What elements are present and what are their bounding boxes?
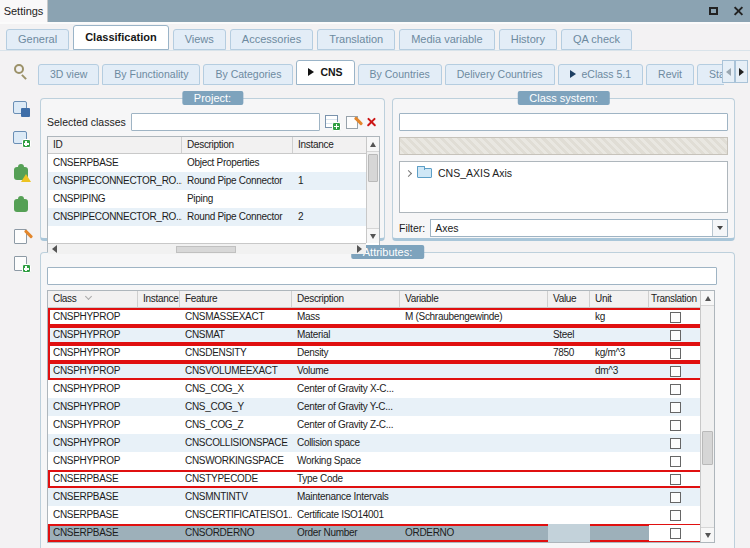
table-row[interactable]: CNSPHYPROP CNSMAT Material Steel (48, 326, 702, 344)
scrollbar-thumb[interactable] (368, 154, 378, 182)
tab-accessories[interactable]: Accessories (230, 29, 313, 50)
table-row[interactable]: CNSPHYPROP CNSDENSITY Density 7850 kg/m^… (48, 344, 702, 362)
translation-checkbox[interactable] (670, 330, 681, 341)
tab-revit[interactable]: Revit (646, 64, 694, 85)
vertical-scrollbar[interactable] (366, 137, 379, 243)
tab-general[interactable]: General (6, 29, 69, 50)
tab-by-categories[interactable]: By Categories (203, 64, 293, 85)
plugin-warning-icon[interactable] (13, 164, 30, 181)
tab-translation[interactable]: Translation (317, 29, 395, 50)
translation-checkbox[interactable] (670, 492, 681, 503)
cell-value: Steel (548, 326, 590, 344)
scroll-down-button[interactable] (701, 527, 714, 542)
scrollbar-thumb[interactable] (702, 431, 713, 465)
column-header-class[interactable]: Class (48, 291, 138, 307)
tab-by-functionality[interactable]: By Functionality (102, 64, 200, 85)
tab-delivery-countries[interactable]: Delivery Countries (445, 64, 555, 85)
horizontal-scrollbar[interactable] (48, 243, 366, 254)
table-row-selected[interactable]: CNSERPBASE CNSORDERNO Order Number ORDER… (48, 524, 702, 542)
save-settings-icon[interactable] (13, 100, 30, 117)
tab-cns[interactable]: CNS (296, 60, 354, 85)
table-row[interactable]: CNSPHYPROP CNS_COG_X Center of Gravity X… (48, 380, 702, 398)
scrollbar-thumb[interactable] (176, 246, 236, 253)
tab-standard[interactable]: Standard (697, 64, 724, 85)
edit-list-icon[interactable] (13, 228, 30, 245)
translation-checkbox[interactable] (670, 366, 681, 377)
tab-media-variable[interactable]: Media variable (399, 29, 495, 50)
column-header-unit[interactable]: Unit (590, 291, 649, 307)
translation-checkbox[interactable] (670, 474, 681, 485)
down-arrow-icon (705, 533, 711, 538)
scroll-left-button[interactable] (48, 244, 61, 254)
maximize-icon[interactable] (709, 7, 718, 15)
column-header-translation[interactable]: Translation (649, 291, 702, 307)
translation-checkbox[interactable] (670, 438, 681, 449)
window-tab[interactable]: Settings (0, 0, 48, 22)
table-row[interactable]: CNSPHYPROP CNSMASSEXACT Mass M (Schraube… (48, 308, 702, 326)
class-tree: CNS_AXIS Axis (399, 161, 728, 213)
tab-classification[interactable]: Classification (73, 25, 169, 50)
add-list-icon[interactable] (13, 255, 30, 272)
vertical-scrollbar[interactable] (700, 291, 714, 542)
scroll-up-button[interactable] (701, 291, 714, 306)
table-row[interactable]: CNSERPBASE CNSCERTIFICATEISO1... Certifi… (48, 506, 702, 524)
delete-class-icon[interactable] (365, 116, 378, 129)
tab-scroll-left-button[interactable] (722, 60, 735, 83)
dropdown-button[interactable] (712, 220, 727, 236)
tree-item[interactable]: CNS_AXIS Axis (406, 167, 721, 179)
attributes-search-input[interactable] (47, 267, 717, 285)
tab-history[interactable]: History (499, 29, 557, 50)
table-row[interactable]: CNSPIPECONNECTOR_RO... Round Pipe Connec… (48, 172, 368, 190)
table-row[interactable]: CNSPHYPROP CNSWORKINGSPACE Working Space (48, 452, 702, 470)
cell-value (548, 452, 590, 470)
translation-checkbox[interactable] (670, 384, 681, 395)
tab-qa-check[interactable]: QA check (561, 29, 632, 50)
class-system-search-input[interactable] (399, 113, 728, 131)
add-view-icon[interactable] (13, 130, 30, 147)
expand-chevron-icon[interactable] (405, 169, 412, 176)
cell-instance (138, 434, 180, 452)
translation-checkbox[interactable] (670, 312, 681, 323)
table-row[interactable]: CNSERPBASE CNSMNTINTV Maintenance Interv… (48, 488, 702, 506)
plugin-icon[interactable] (13, 196, 30, 213)
cell-unit: dm^3 (590, 362, 649, 380)
filter-dropdown[interactable]: Axes (430, 219, 728, 237)
column-header-description[interactable]: Description (292, 291, 400, 307)
scroll-down-button[interactable] (367, 228, 379, 243)
cell-translation (649, 398, 702, 416)
column-header-id[interactable]: ID (48, 137, 182, 153)
close-icon[interactable] (733, 6, 744, 17)
translation-checkbox[interactable] (670, 420, 681, 431)
translation-checkbox[interactable] (670, 348, 681, 359)
translation-checkbox[interactable] (670, 402, 681, 413)
tab-views[interactable]: Views (173, 29, 226, 50)
table-row[interactable]: CNSPHYPROP CNSCOLLISIONSPACE Collision s… (48, 434, 702, 452)
column-header-variable[interactable]: Variable (400, 291, 548, 307)
table-row[interactable]: CNSPIPING Piping (48, 190, 368, 208)
scroll-up-button[interactable] (367, 137, 379, 152)
column-header-feature[interactable]: Feature (180, 291, 292, 307)
table-row[interactable]: CNSERPBASE CNSTYPECODE Type Code (48, 470, 702, 488)
column-header-value[interactable]: Value (548, 291, 590, 307)
add-class-icon[interactable] (325, 115, 340, 130)
edit-class-icon[interactable] (345, 115, 360, 130)
column-header-instance[interactable]: Instance (293, 137, 368, 153)
tab-eclass-51[interactable]: eClass 5.1 (558, 64, 644, 85)
column-header-description[interactable]: Description (182, 137, 293, 153)
translation-checkbox[interactable] (670, 510, 681, 521)
cell-instance (138, 470, 180, 488)
selected-classes-input[interactable] (131, 113, 320, 131)
translation-checkbox[interactable] (670, 528, 681, 539)
tab-by-countries[interactable]: By Countries (358, 64, 442, 85)
table-row[interactable]: CNSERPBASE Object Properties (48, 154, 368, 172)
tab-3d-view[interactable]: 3D view (38, 64, 99, 85)
column-header-instance[interactable]: Instance (138, 291, 180, 307)
scroll-right-button[interactable] (353, 244, 366, 254)
translation-checkbox[interactable] (670, 456, 681, 467)
table-row[interactable]: CNSPHYPROP CNS_COG_Z Center of Gravity Z… (48, 416, 702, 434)
tab-scroll-right-button[interactable] (735, 60, 748, 83)
table-row[interactable]: CNSPHYPROP CNSVOLUMEEXACT Volume dm^3 (48, 362, 702, 380)
search-icon[interactable] (14, 64, 24, 74)
table-row[interactable]: CNSPIPECONNECTOR_RO... Round Pipe Connec… (48, 208, 368, 226)
table-row[interactable]: CNSPHYPROP CNS_COG_Y Center of Gravity Y… (48, 398, 702, 416)
